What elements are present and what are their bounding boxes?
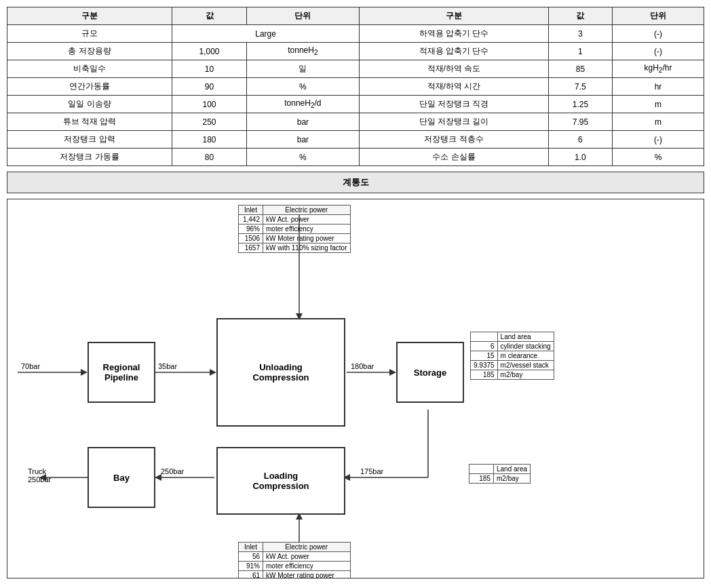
- cell-right-name: 하역용 압축기 단수: [359, 25, 548, 43]
- label-35bar: 35bar: [158, 362, 177, 370]
- storage-label-1: cylinder stacking: [497, 342, 554, 351]
- info-label-3: kW Moter rating power: [263, 234, 351, 243]
- info-label-2: moter efficiency: [263, 224, 351, 234]
- table-cell: 90: [172, 78, 247, 96]
- table-cell: bar: [246, 131, 359, 149]
- table-cell: 적재/하역 속도: [359, 60, 548, 78]
- table-cell: 85: [548, 60, 612, 78]
- bay-label-1: m2/bay: [494, 474, 531, 484]
- info-label-4: kW with 110% sizing factor: [263, 243, 351, 253]
- info-row-2: 96% moter efficiency: [239, 224, 351, 234]
- table-cell: hr: [612, 78, 704, 96]
- table-cell: %: [246, 78, 359, 96]
- table-cell: %: [612, 149, 704, 166]
- bay-info-table: Land area 185 m2/bay: [469, 464, 531, 484]
- svg-marker-3: [81, 369, 88, 376]
- table-cell: 저장탱크 적층수: [359, 131, 548, 149]
- unloading-compression-box: UnloadingCompression: [216, 318, 345, 427]
- info-row-4: 1657 kW with 110% sizing factor: [239, 243, 351, 253]
- table-cell: 저장탱크 압력: [7, 131, 172, 149]
- storage-val-4: 185: [471, 370, 498, 380]
- table-cell: m: [612, 96, 704, 113]
- table-cell: tonneH2: [246, 43, 359, 60]
- loading-info-row-3: 61 kW Moter rating power: [239, 571, 351, 579]
- table-cell: 저장탱크 가동률: [7, 149, 172, 166]
- label-70bar: 70bar: [21, 362, 40, 370]
- info-row-3: 1506 kW Moter rating power: [239, 234, 351, 243]
- label-truck: Truck250bar: [28, 467, 51, 484]
- label-180bar: 180bar: [351, 362, 374, 370]
- table-cell: 일일 이송량: [7, 96, 172, 113]
- storage-label-3: m2/vessel stack: [497, 361, 554, 370]
- table-cell: 적재/하역 시간: [359, 78, 548, 96]
- loading-inlet-label: Inlet: [239, 543, 263, 552]
- info-val-2: 96%: [239, 224, 263, 234]
- info-row-1: 1,442 kW Act. power: [239, 215, 351, 224]
- svg-marker-5: [210, 369, 216, 376]
- storage-box: Storage: [396, 342, 464, 403]
- table-cell: 1,000: [172, 43, 247, 60]
- cell-right-unit: (-): [612, 25, 704, 43]
- table-cell: 연간가동률: [7, 78, 172, 96]
- label-250bar-lc: 250bar: [161, 467, 184, 475]
- storage-label-2: m clearance: [497, 351, 554, 361]
- storage-info-header: Land area: [471, 332, 554, 342]
- table-row: 일일 이송량100tonneH2/d단일 저장탱크 직경1.25m: [7, 96, 704, 113]
- storage-info-table: Land area 6 cylinder stacking 15 m clear…: [470, 332, 554, 380]
- storage-label: Storage: [414, 368, 446, 378]
- loading-info-row-1: 56 kW Act. power: [239, 552, 351, 562]
- table-cell: 1.0: [548, 149, 612, 166]
- table-cell: (-): [612, 43, 704, 60]
- table-cell: 180: [172, 131, 247, 149]
- cell-right-val: 3: [548, 25, 612, 43]
- storage-info-row-3: 9.9375 m2/vessel stack: [471, 361, 554, 370]
- loading-label-1: kW Act. power: [263, 552, 351, 562]
- info-val-4: 1657: [239, 243, 263, 253]
- table-cell: 10: [172, 60, 247, 78]
- unloading-compression-label: UnloadingCompression: [252, 362, 309, 383]
- unloading-info-table: Inlet Electric power 1,442 kW Act. power…: [238, 205, 351, 253]
- loading-electric-power-label: Electric power: [263, 543, 351, 552]
- section-title-table: 계통도: [7, 172, 704, 193]
- bay-box: Bay: [88, 447, 155, 508]
- storage-val-1: 6: [471, 342, 498, 351]
- loading-info-row-2: 91% moter efficiency: [239, 562, 351, 571]
- table-row: 총 저장용량1,000tonneH2적재용 압축기 단수1(-): [7, 43, 704, 60]
- storage-label-4: m2/bay: [497, 370, 554, 380]
- table-cell: 비축일수: [7, 60, 172, 78]
- info-header-row: Inlet Electric power: [239, 205, 351, 215]
- bay-info-header: Land area: [469, 465, 531, 474]
- cell-large: Large: [172, 25, 360, 43]
- table-cell: 1: [548, 43, 612, 60]
- section-title-row: 계통도: [7, 172, 704, 193]
- table-cell: 총 저장용량: [7, 43, 172, 60]
- table-cell: 250: [172, 113, 247, 131]
- bay-header-label: Land area: [494, 465, 531, 474]
- section-title-cell: 계통도: [7, 172, 704, 193]
- regional-pipeline-label: Regional Pipeline: [103, 362, 140, 383]
- table-row: 연간가동률90%적재/하역 시간7.5hr: [7, 78, 704, 96]
- cell-name: 규모: [7, 25, 172, 43]
- storage-val-3: 9.9375: [471, 361, 498, 370]
- info-label-1: kW Act. power: [263, 215, 351, 224]
- table-cell: m: [612, 113, 704, 131]
- table-cell: 1.25: [548, 96, 612, 113]
- table-cell: 일: [246, 60, 359, 78]
- loading-val-2: 91%: [239, 562, 263, 571]
- loading-label-2: moter efficiency: [263, 562, 351, 571]
- loading-label-3: kW Moter rating power: [263, 571, 351, 579]
- table-cell: 100: [172, 96, 247, 113]
- bay-header-val: [469, 465, 494, 474]
- loading-val-3: 61: [239, 571, 263, 579]
- table-cell: 수소 손실률: [359, 149, 548, 166]
- table-cell: 단일 저장탱크 길이: [359, 113, 548, 131]
- storage-info-row-2: 15 m clearance: [471, 351, 554, 361]
- col-header-2: 값: [172, 7, 247, 25]
- table-cell: 튜브 적재 압력: [7, 113, 172, 131]
- info-val-3: 1506: [239, 234, 263, 243]
- table-cell: 단일 저장탱크 직경: [359, 96, 548, 113]
- label-175bar: 175bar: [360, 467, 383, 475]
- table-cell: 적재용 압축기 단수: [359, 43, 548, 60]
- storage-info-row-1: 6 cylinder stacking: [471, 342, 554, 351]
- loading-info-table: Inlet Electric power 56 kW Act. power 91…: [238, 542, 351, 579]
